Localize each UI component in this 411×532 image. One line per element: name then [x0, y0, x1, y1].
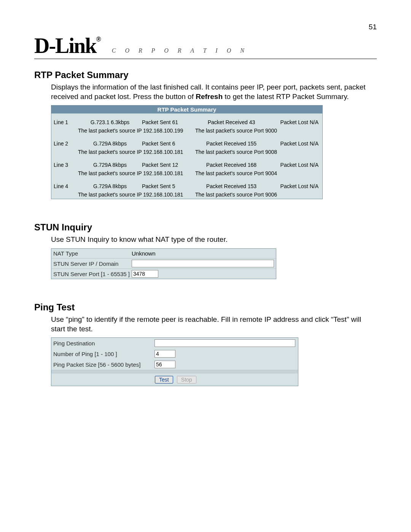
rtp-sent: Packet Sent 5 — [142, 183, 195, 189]
rtp-lost: Packet Lost N/A — [268, 162, 320, 168]
rtp-lost: Packet Lost N/A — [268, 183, 320, 189]
rtp-src-ip: The last packet's source IP 192.168.100.… — [78, 149, 195, 155]
rtp-line-block: Line 3 G.729A 8kbps Packet Sent 12 Packe… — [51, 161, 322, 177]
rtp-codec: G.729A 8kbps — [78, 141, 142, 147]
rtp-panel-title: RTP Packet Summary — [51, 105, 322, 113]
stun-panel: NAT Type Unknown STUN Server IP / Domain… — [51, 248, 276, 279]
ping-count-input[interactable] — [155, 350, 175, 358]
ping-dest-label: Ping Destination — [53, 340, 155, 347]
stop-button[interactable]: Stop — [177, 376, 196, 383]
brand-tagline: C O R P O R A T I O N — [112, 47, 248, 56]
rtp-heading: RTP Packet Summary — [34, 70, 377, 80]
rtp-recv: Packet Received 168 — [195, 162, 268, 168]
rtp-line-block: Line 4 G.729A 8kbps Packet Sent 5 Packet… — [51, 182, 322, 199]
stun-port-label: STUN Server Port [1 - 65535 ] — [53, 271, 132, 277]
rtp-section: RTP Packet Summary Displays the informat… — [34, 70, 377, 199]
stun-heading: STUN Inquiry — [34, 222, 377, 233]
ping-dest-input[interactable] — [155, 339, 295, 347]
nat-type-label: NAT Type — [53, 250, 132, 257]
rtp-codec: G.723.1 6.3kbps — [78, 119, 142, 125]
nat-type-value: Unknown — [132, 250, 274, 257]
ping-section: Ping Test Use “ping” to identify if the … — [34, 302, 377, 386]
rtp-line-label: Line 3 — [54, 162, 78, 168]
rtp-lost: Packet Lost N/A — [268, 119, 320, 125]
rtp-line-label: Line 1 — [54, 119, 78, 125]
ping-size-label: Ping Packet Size [56 - 5600 bytes] — [53, 361, 155, 368]
stun-section: STUN Inquiry Use STUN Inquiry to know wh… — [34, 222, 377, 279]
rtp-codec: G.729A 8kbps — [78, 183, 142, 189]
page-number: 51 — [34, 23, 377, 31]
ping-description: Use “ping” to identify if the remote pee… — [34, 315, 377, 334]
brand-header: D-Link® C O R P O R A T I O N — [34, 35, 377, 59]
stun-description: Use STUN Inquiry to know what NAT type o… — [34, 235, 377, 244]
ping-panel: Ping Destination Number of Ping [1 - 100… — [51, 337, 298, 386]
stun-server-label: STUN Server IP / Domain — [53, 260, 132, 267]
ping-heading: Ping Test — [34, 302, 377, 313]
rtp-src-ip: The last packet's source IP 192.168.100.… — [78, 128, 195, 134]
rtp-line-block: Line 2 G.729A 8kbps Packet Sent 6 Packet… — [51, 139, 322, 156]
rtp-recv: Packet Received 43 — [195, 119, 268, 125]
brand-logo: D-Link® — [34, 35, 100, 56]
test-button[interactable]: Test — [155, 376, 173, 383]
rtp-src-port: The last packet's source Port 9004 — [195, 170, 320, 176]
rtp-codec: G.729A 8kbps — [78, 162, 142, 168]
rtp-description: Displays the information of the last fin… — [34, 83, 377, 101]
rtp-src-port: The last packet's source Port 9006 — [195, 192, 320, 198]
rtp-sent: Packet Sent 6 — [142, 141, 195, 147]
rtp-line-label: Line 4 — [54, 183, 78, 189]
ping-size-input[interactable] — [155, 361, 175, 368]
rtp-src-ip: The last packet's source IP 192.168.100.… — [78, 192, 195, 198]
rtp-recv: Packet Received 153 — [195, 183, 268, 189]
rtp-sent: Packet Sent 61 — [142, 119, 195, 125]
stun-server-input[interactable] — [132, 260, 274, 267]
rtp-src-port: The last packet's source Port 9008 — [195, 149, 320, 155]
rtp-src-ip: The last packet's source IP 192.168.100.… — [78, 170, 195, 176]
rtp-src-port: The last packet's source Port 9000 — [195, 128, 320, 134]
rtp-panel: RTP Packet Summary Line 1 G.723.1 6.3kbp… — [51, 105, 323, 199]
stun-port-input[interactable] — [132, 270, 158, 278]
rtp-lost: Packet Lost N/A — [268, 141, 320, 147]
rtp-sent: Packet Sent 12 — [142, 162, 195, 168]
rtp-line-label: Line 2 — [54, 141, 78, 147]
rtp-recv: Packet Received 155 — [195, 141, 268, 147]
rtp-line-block: Line 1 G.723.1 6.3kbps Packet Sent 61 Pa… — [51, 118, 322, 135]
ping-count-label: Number of Ping [1 - 100 ] — [53, 351, 155, 357]
